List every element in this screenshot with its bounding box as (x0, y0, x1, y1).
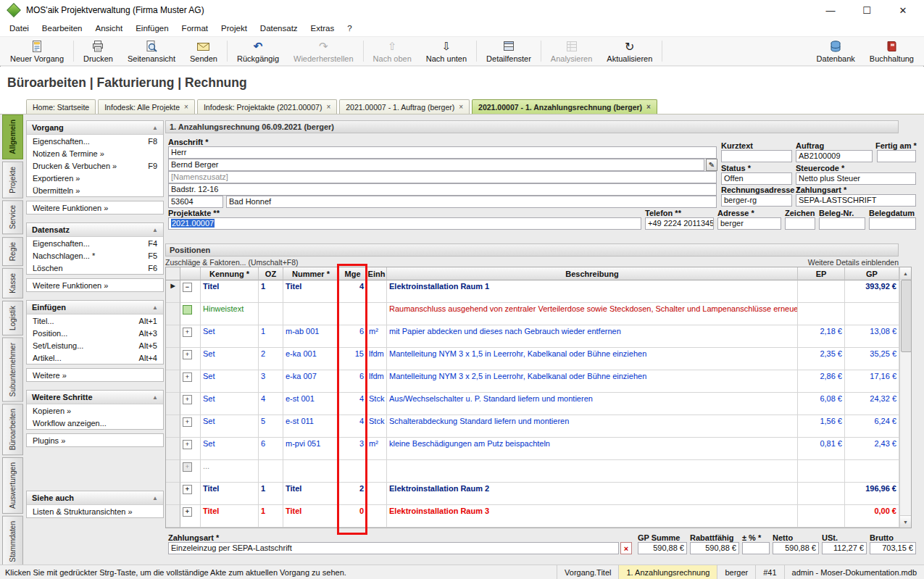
cell-gp[interactable]: 13,08 € (845, 325, 899, 348)
anrede-field[interactable]: Herr (168, 146, 717, 159)
cell-oz[interactable]: 5 (259, 415, 283, 438)
cell-nummer[interactable]: e-ka 001 (283, 348, 339, 370)
module-tab-logistik[interactable]: Logistik (2, 301, 23, 336)
cell-mge[interactable]: 6 (339, 325, 367, 348)
expand-cell[interactable]: + (180, 438, 201, 460)
collapse-row-icon[interactable]: − (183, 283, 192, 292)
expand-cell[interactable]: + (180, 505, 201, 528)
cell-einh[interactable] (367, 280, 387, 303)
zeichen-field[interactable] (785, 217, 815, 230)
column-header-kennung[interactable]: Kennung * (201, 267, 259, 280)
name-field[interactable]: Bernd Berger (168, 159, 704, 171)
module-tab-stammdaten[interactable]: Stammdaten (2, 516, 23, 565)
sidebar-item-exportieren[interactable]: Exportieren » (27, 172, 163, 184)
expand-cell[interactable]: + (180, 415, 201, 438)
cell-beschreibung[interactable]: Mantelleitung NYM 3 x 1,5 in Leerrohr, K… (387, 348, 798, 370)
sidebar-item-eigenschaften[interactable]: Eigenschaften...F8 (27, 135, 163, 147)
cell-nummer[interactable]: e-st 011 (283, 415, 339, 438)
tab-close-icon[interactable]: × (646, 103, 651, 111)
cell-einh[interactable]: lfdm (367, 348, 387, 370)
cell-beschreibung[interactable]: Schalterabdeckung Standard liefern und m… (387, 415, 798, 438)
cell-mge[interactable]: 2 (339, 483, 367, 505)
plz-field[interactable]: 53604 (168, 196, 223, 208)
telefon-field[interactable]: +49 2224 2011345 (645, 217, 714, 230)
cell-nummer[interactable] (283, 303, 339, 325)
sidebar-item-workflow-anzeigen[interactable]: Workflow anzeigen... (27, 417, 163, 429)
cell-beschreibung[interactable]: mit Papier abdecken und dieses nach Gebr… (387, 325, 798, 348)
expand-row-icon[interactable]: + (183, 372, 192, 382)
row-selector[interactable] (166, 393, 180, 415)
sidebar-item-weitere-funktionen[interactable]: Weitere Funktionen » (27, 201, 163, 214)
cell-nummer[interactable] (283, 460, 339, 483)
row-selector[interactable] (166, 460, 180, 483)
module-tab-auswertungen[interactable]: Auswertungen (2, 457, 23, 514)
tab-close-icon[interactable]: × (326, 103, 330, 111)
cell-mge[interactable]: 4 (339, 415, 367, 438)
module-tab-service[interactable]: Service (2, 200, 23, 234)
cell-einh[interactable]: Stck (367, 393, 387, 415)
cell-kennung[interactable]: Set (201, 325, 259, 348)
cell-gp[interactable] (845, 303, 899, 325)
sidebar-group-header[interactable]: Einfügen▲ (27, 301, 163, 315)
close-button[interactable]: ✕ (896, 5, 910, 16)
menu-item-bearbeiten[interactable]: Bearbeiten (36, 22, 89, 35)
cell-mge[interactable]: 3 (339, 438, 367, 460)
expand-cell[interactable]: + (180, 483, 201, 505)
sidebar-group-header[interactable]: Weitere Schritte▲ (27, 391, 163, 404)
cell-oz[interactable]: 1 (259, 280, 283, 303)
expand-cell[interactable]: + (180, 370, 201, 393)
belegdatum-field[interactable] (869, 217, 916, 230)
expand-row-icon[interactable]: + (183, 440, 192, 449)
cell-beschreibung[interactable]: Elektroinstallation Raum 1 (387, 280, 798, 303)
tab-infodesk-alle-projekte[interactable]: Infodesk: Alle Projekte× (98, 99, 195, 114)
footer-zahlungsart-field[interactable]: Einzeleinzug per SEPA-Lastschrift (168, 542, 619, 554)
sidebar-item-eigenschaften[interactable]: Eigenschaften...F4 (27, 237, 163, 249)
cell-nummer[interactable]: e-st 001 (283, 393, 339, 415)
menu-item-help[interactable]: ? (341, 22, 358, 35)
cell-ep[interactable] (798, 303, 845, 325)
cell-gp[interactable]: 17,16 € (845, 370, 899, 393)
menu-item-einfügen[interactable]: Einfügen (129, 22, 175, 35)
cell-nummer[interactable]: e-ka 007 (283, 370, 339, 393)
sidebar-item-weitere[interactable]: Weitere » (27, 369, 163, 381)
new-row-icon[interactable]: + (183, 462, 192, 472)
expand-cell[interactable]: + (180, 393, 201, 415)
cell-gp[interactable]: 6,24 € (845, 415, 899, 438)
cell-kennung[interactable]: Titel (201, 505, 259, 528)
cell-einh[interactable]: m² (367, 325, 387, 348)
cell-nummer[interactable]: Titel (283, 483, 339, 505)
strasse-field[interactable]: Badstr. 12-16 (168, 183, 717, 196)
toolbar-button-buchhaltung[interactable]: Buchhaltung (862, 37, 921, 65)
toolbar-button-nach-unten[interactable]: ⇩Nach unten (419, 37, 474, 65)
cell-ep[interactable] (798, 280, 845, 303)
cell-einh[interactable] (367, 483, 387, 505)
menu-item-format[interactable]: Format (175, 22, 215, 35)
expand-cell[interactable]: + (180, 348, 201, 370)
sidebar-group-header[interactable]: Vorgang▲ (27, 121, 163, 135)
cell-ep[interactable]: 1,56 € (798, 415, 845, 438)
toolbar-button-rückgängig[interactable]: ↶Rückgängig (230, 37, 286, 65)
tab-close-icon[interactable]: × (184, 103, 188, 111)
zuschlaege-link[interactable]: Zuschläge & Faktoren... (Umschalt+F8) (165, 258, 299, 267)
cell-gp[interactable]: 24,32 € (845, 393, 899, 415)
cell-einh[interactable]: m² (367, 438, 387, 460)
sidebar-group-header[interactable]: Datensatz▲ (27, 223, 163, 237)
sidebar-item-position[interactable]: Position...Alt+3 (27, 327, 163, 339)
expand-cell[interactable]: − (180, 280, 201, 303)
cell-kennung[interactable]: Titel (201, 280, 259, 303)
column-header-einh[interactable]: Einh (367, 267, 387, 280)
address-edit-button[interactable]: ✎ (706, 159, 717, 171)
sidebar-item-kopieren[interactable]: Kopieren » (27, 404, 163, 417)
tab-infodesk-projektakte-2021-00007[interactable]: Infodesk: Projektakte (2021.00007)× (197, 99, 337, 114)
cell-kennung[interactable]: Set (201, 415, 259, 438)
column-header-gp[interactable]: GP (845, 267, 899, 280)
cell-einh[interactable]: Stck (367, 415, 387, 438)
cell-oz[interactable]: 1 (259, 325, 283, 348)
scroll-up-icon[interactable]: ▲ (900, 267, 911, 280)
column-header-oz[interactable]: OZ (259, 267, 283, 280)
expand-row-icon[interactable]: + (183, 328, 192, 337)
expand-row-icon[interactable]: + (183, 485, 192, 494)
auftrag-field[interactable]: AB2100009 (796, 150, 873, 162)
cell-gp[interactable]: 0,00 € (845, 505, 899, 528)
fertig-am-field[interactable] (877, 150, 916, 162)
